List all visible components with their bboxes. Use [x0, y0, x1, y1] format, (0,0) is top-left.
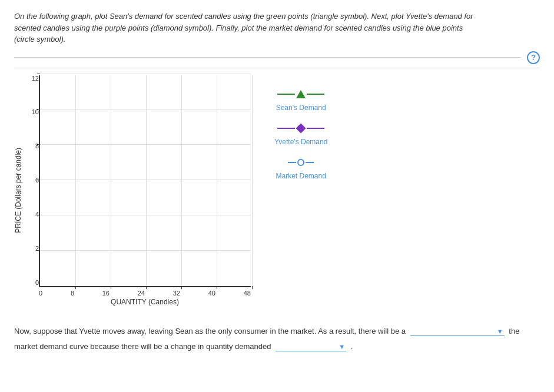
gridline-v-24 — [146, 75, 147, 286]
dropdown1-arrow-icon: ▼ — [497, 325, 503, 338]
dropdown1-select[interactable]: shift in movement along — [410, 327, 493, 335]
bottom-text-part3: market demand curve because there will b… — [14, 342, 271, 351]
gridline-v-32 — [181, 75, 182, 286]
market-line-right — [306, 162, 314, 163]
triangle-icon — [296, 90, 306, 98]
gridline-v-40 — [217, 75, 217, 286]
market-demand-label: Market Demand — [276, 172, 326, 180]
dropdown1-wrapper[interactable]: shift in movement along ▼ — [410, 327, 505, 336]
x-tick-40: 40 — [208, 290, 215, 297]
x-tick-24: 24 — [138, 290, 145, 297]
gridline-h-8 — [40, 144, 251, 145]
dropdown2-arrow-icon: ▼ — [339, 340, 345, 353]
gridline-h-2b — [40, 250, 251, 251]
yvettes-demand-symbol — [277, 121, 324, 135]
gridline-h-12 — [40, 74, 251, 74]
circle-icon — [297, 159, 304, 166]
toolbar-row: ? — [14, 51, 540, 68]
chart-inner: 0 2 4 6 8 10 12 — [25, 75, 251, 287]
tick-v-24 — [146, 286, 147, 289]
x-tick-labels: 0 8 16 24 32 40 48 — [39, 290, 251, 297]
market-line-left — [288, 162, 296, 163]
chart-area: PRICE (Dollars per candle) 0 2 4 6 8 10 … — [14, 75, 540, 306]
tick-v-16 — [111, 286, 111, 289]
tick-h-10 — [37, 109, 40, 109]
legend-seans-demand: Sean's Demand — [274, 87, 327, 112]
y-tick-labels: 0 2 4 6 8 10 12 — [25, 75, 39, 287]
help-button[interactable]: ? — [527, 51, 540, 64]
y-tick-0: 0 — [25, 280, 39, 286]
gridline-h-6 — [40, 180, 251, 180]
y-tick-2: 2 — [25, 245, 39, 252]
x-tick-48: 48 — [244, 290, 251, 297]
seans-demand-label: Sean's Demand — [276, 104, 326, 112]
graph-canvas[interactable] — [39, 75, 251, 287]
legend: Sean's Demand Yvette's Demand Market Dem… — [274, 75, 327, 180]
market-demand-symbol — [288, 155, 314, 170]
gridline-v-8 — [75, 75, 76, 286]
x-tick-32: 32 — [173, 290, 180, 297]
legend-yvettes-demand: Yvette's Demand — [274, 121, 327, 146]
tick-h-4 — [37, 215, 40, 215]
x-tick-8: 8 — [71, 290, 74, 297]
tick-v-32 — [181, 286, 182, 289]
seans-line-right — [307, 94, 324, 95]
tick-h-12 — [37, 74, 40, 74]
bottom-section: Now, suppose that Yvette moves away, lea… — [14, 324, 540, 354]
tick-h-2 — [37, 250, 40, 251]
instructions-text: On the following graph, plot Sean's dema… — [14, 11, 473, 45]
y-tick-10: 10 — [25, 109, 39, 115]
bottom-text-part2: the — [509, 327, 519, 335]
tick-h-8 — [37, 144, 40, 145]
legend-market-demand: Market Demand — [274, 155, 327, 180]
gridline-v-48 — [252, 75, 253, 286]
dropdown2-select[interactable]: at along of — [276, 342, 334, 351]
yvettes-line-left — [277, 128, 295, 129]
tick-v-40 — [217, 286, 217, 289]
tick-v-8 — [75, 286, 76, 289]
diamond-icon — [296, 123, 306, 133]
seans-demand-symbol — [277, 87, 324, 101]
gridline-h-10 — [40, 109, 251, 109]
tick-h-6 — [37, 180, 40, 180]
chart-with-axes: 0 2 4 6 8 10 12 — [25, 75, 251, 306]
bottom-text-part1: Now, suppose that Yvette moves away, lea… — [14, 327, 406, 335]
y-axis-label: PRICE (Dollars per candle) — [14, 148, 22, 233]
x-tick-16: 16 — [102, 290, 110, 297]
gridline-h-4 — [40, 215, 251, 215]
dropdown2-wrapper[interactable]: at along of ▼ — [276, 342, 346, 351]
yvettes-line-right — [307, 128, 324, 129]
bottom-text-part4: . — [351, 342, 353, 351]
gridline-v-16 — [111, 75, 111, 286]
y-tick-6: 6 — [25, 177, 39, 184]
seans-line-left — [277, 94, 295, 95]
x-tick-0: 0 — [39, 290, 42, 297]
yvettes-demand-label: Yvette's Demand — [274, 138, 327, 146]
toolbar-line — [14, 57, 521, 58]
y-tick-12: 12 — [25, 75, 39, 82]
x-axis-label: QUANTITY (Candles) — [39, 298, 251, 306]
tick-v-48 — [252, 286, 253, 289]
